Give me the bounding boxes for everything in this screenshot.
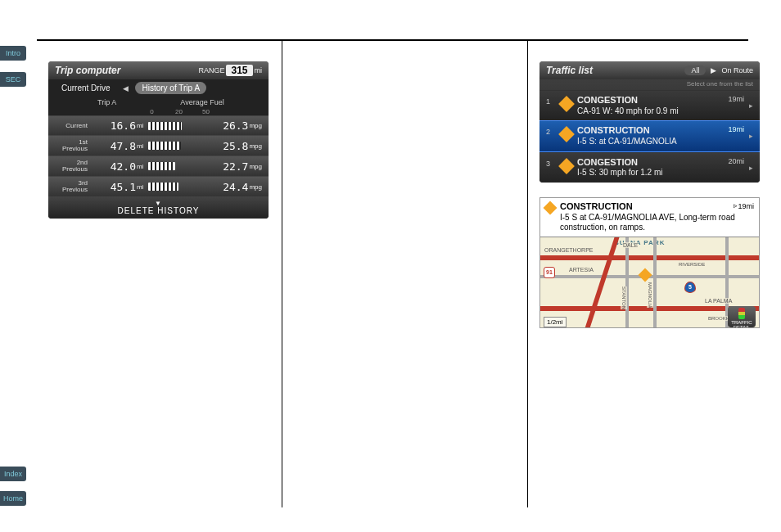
filter-all[interactable]: All [684, 65, 706, 75]
item-number: 1 [546, 95, 556, 106]
row-label: Current [55, 123, 91, 129]
traffic-detail-button[interactable]: TRAFFIC DETAIL [728, 306, 756, 327]
tab-current-drive[interactable]: Current Drive [55, 82, 116, 94]
row-mpg: 26.3 [207, 119, 248, 132]
traffic-detail-label: TRAFFIC DETAIL [731, 320, 752, 328]
traffic-list-panel: Traffic list All ▶ On Route Select one f… [539, 61, 760, 183]
map-banner: CONSTRUCTION 19mi ▹ I-5 S at CA-91/MAGNO… [540, 198, 759, 237]
delete-history-button[interactable]: ▼ DELETE HISTORY [48, 196, 269, 219]
row-mpg-unit: mpg [249, 163, 262, 170]
trip-row-2prev: 2nd Previous 42.0mi 22.7mpg [48, 156, 269, 176]
row-mpg: 25.8 [207, 140, 248, 152]
item-dist: 20mi [728, 157, 744, 165]
street-riverside: RIVERSIDE [678, 262, 706, 267]
traffic-item-3[interactable]: 3 CONGESTION I-5 S: 30 mph for 1.2 mi 20… [539, 152, 760, 183]
item-title: CONGESTION [577, 157, 723, 169]
tab-intro[interactable]: Intro [0, 46, 26, 61]
row-dist-unit: mi [137, 142, 143, 150]
trip-computer-title: Trip computer [55, 65, 198, 76]
item-desc: CA-91 W: 40 mph for 0.9 mi [577, 106, 723, 117]
trip-row-current: Current 16.6mi 26.3mpg [48, 115, 269, 135]
warning-icon [558, 96, 575, 112]
col-header-trip: Trip A [97, 98, 142, 106]
chevron-left-icon: ◀ [123, 84, 129, 92]
row-dist: 45.1 [91, 181, 136, 193]
column-right: Traffic list All ▶ On Route Select one f… [528, 41, 771, 507]
row-dist: 42.0 [91, 160, 136, 173]
row-mpg: 24.4 [207, 181, 248, 193]
tab-sec[interactable]: SEC [0, 72, 26, 87]
map-scale: 1/2mi [544, 317, 567, 327]
street-stanton: STANTON [621, 286, 627, 309]
street-orangethorpe: ORANGETHORPE [544, 247, 594, 253]
row-dist: 47.8 [91, 140, 136, 152]
scale-1: 20 [165, 108, 192, 115]
row-label: 3rd Previous [55, 180, 91, 193]
warning-icon [544, 201, 558, 214]
traffic-item-2[interactable]: 2 CONSTRUCTION I-5 S: at CA-91/MAGNOLIA … [539, 120, 760, 151]
shield-i5: 5 [684, 282, 696, 293]
item-dist: 19mi [728, 125, 744, 133]
map-banner-dist: 19mi [738, 201, 754, 211]
range-label: RANGE [198, 66, 224, 74]
range-unit: mi [255, 66, 263, 74]
street-magnolia: MAGNOLIA [647, 282, 653, 309]
trip-row-3prev: 3rd Previous 45.1mi 24.4mpg [48, 176, 269, 196]
map-detail-panel: CONSTRUCTION 19mi ▹ I-5 S at CA-91/MAGNO… [539, 197, 760, 328]
map-canvas[interactable]: BUENA PARK ORANGETHORPE ARTESIA LA PALMA… [540, 237, 759, 328]
row-mpg: 22.7 [207, 160, 248, 173]
incident-marker-icon [639, 268, 652, 282]
row-dist-unit: mi [137, 122, 143, 129]
tab-index[interactable]: Index [0, 467, 26, 481]
trip-computer-panel: Trip computer RANGE 315 mi Current Drive… [48, 61, 269, 219]
col-header-fuel: Average Fuel [142, 98, 262, 106]
traffic-light-icon [738, 308, 745, 319]
row-mpg-unit: mpg [249, 183, 262, 191]
item-title: CONSTRUCTION [577, 125, 723, 137]
chevron-right-icon: ▹ [734, 201, 738, 210]
row-dist-unit: mi [137, 163, 143, 170]
street-brookh: BROOKH [707, 316, 730, 321]
chevron-right-icon: ▸ [749, 164, 753, 172]
item-title: CONGESTION [577, 95, 723, 106]
item-dist: 19mi [728, 95, 744, 103]
traffic-list-subtitle: Select one from the list [539, 79, 760, 90]
row-mpg-unit: mpg [249, 122, 262, 129]
item-number: 3 [546, 157, 556, 168]
column-left: Trip computer RANGE 315 mi Current Drive… [37, 41, 282, 507]
trip-row-1prev: 1st Previous 47.8mi 25.8mpg [48, 135, 269, 156]
row-dist-unit: mi [137, 183, 143, 191]
warning-icon [558, 126, 575, 142]
chevron-right-icon: ▸ [749, 132, 753, 140]
street-lapalma: LA PALMA [704, 298, 733, 304]
tab-history-trip-a[interactable]: History of Trip A [135, 82, 206, 94]
scale-0: 0 [138, 108, 165, 115]
street-artesia: ARTESIA [568, 267, 594, 273]
tab-home[interactable]: Home [0, 491, 26, 506]
column-middle [282, 41, 528, 507]
item-desc: I-5 S: at CA-91/MAGNOLIA [577, 137, 723, 147]
row-dist: 16.6 [91, 119, 136, 132]
map-banner-desc: I-5 S at CA-91/MAGNOLIA AVE, Long-term r… [560, 213, 754, 233]
shield-ca91: 91 [544, 267, 555, 278]
range-value: 315 [226, 65, 252, 76]
street-dale: DALE [622, 242, 639, 248]
delete-history-label: DELETE HISTORY [118, 206, 200, 215]
map-banner-title: CONSTRUCTION [560, 201, 633, 211]
traffic-list-title: Traffic list [546, 65, 684, 76]
chevron-right-icon: ▸ [749, 101, 753, 110]
item-desc: I-5 S: 30 mph for 1.2 mi [577, 168, 723, 178]
play-icon: ▶ [711, 66, 716, 74]
row-label: 1st Previous [55, 139, 91, 152]
row-mpg-unit: mpg [249, 142, 262, 150]
warning-icon [558, 158, 575, 174]
filter-on-route[interactable]: On Route [721, 66, 753, 74]
trip-computer-header: Trip computer RANGE 315 mi [48, 61, 269, 79]
scale-2: 50 [192, 108, 219, 115]
item-number: 2 [546, 125, 556, 136]
row-label: 2nd Previous [55, 160, 91, 173]
traffic-item-1[interactable]: 1 CONGESTION CA-91 W: 40 mph for 0.9 mi … [539, 90, 760, 120]
